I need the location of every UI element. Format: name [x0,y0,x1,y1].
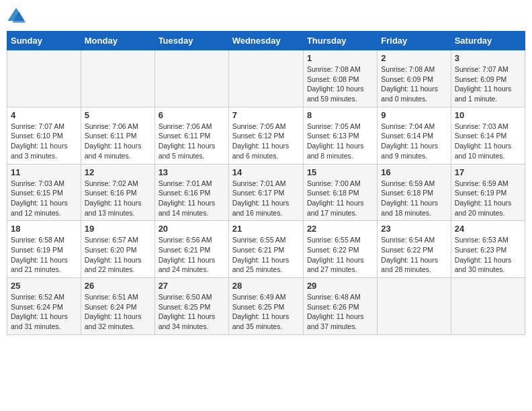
day-cell: 14Sunrise: 7:01 AM Sunset: 6:17 PM Dayli… [228,164,303,221]
calendar-table: SundayMondayTuesdayWednesdayThursdayFrid… [7,31,525,335]
day-info: Sunrise: 7:06 AM Sunset: 6:11 PM Dayligh… [159,122,225,161]
week-row-1: 4Sunrise: 7:07 AM Sunset: 6:10 PM Daylig… [7,107,525,164]
day-cell [378,278,451,335]
day-cell: 12Sunrise: 7:02 AM Sunset: 6:16 PM Dayli… [81,164,154,221]
day-cell: 26Sunrise: 6:51 AM Sunset: 6:24 PM Dayli… [81,278,154,335]
day-cell: 18Sunrise: 6:58 AM Sunset: 6:19 PM Dayli… [7,221,81,278]
day-info: Sunrise: 7:01 AM Sunset: 6:16 PM Dayligh… [159,179,225,218]
day-info: Sunrise: 7:06 AM Sunset: 6:11 PM Dayligh… [85,122,151,161]
day-info: Sunrise: 6:54 AM Sunset: 6:22 PM Dayligh… [381,235,447,275]
day-cell: 1Sunrise: 7:08 AM Sunset: 6:08 PM Daylig… [303,50,377,107]
day-number: 12 [85,167,151,177]
day-info: Sunrise: 6:55 AM Sunset: 6:22 PM Dayligh… [307,235,373,275]
day-info: Sunrise: 6:55 AM Sunset: 6:21 PM Dayligh… [232,235,300,275]
day-number: 9 [381,110,447,120]
day-cell: 23Sunrise: 6:54 AM Sunset: 6:22 PM Dayli… [378,221,451,278]
day-cell: 19Sunrise: 6:57 AM Sunset: 6:20 PM Dayli… [81,221,154,278]
column-header-wednesday: Wednesday [228,32,303,50]
day-info: Sunrise: 7:07 AM Sunset: 6:09 PM Dayligh… [455,64,521,104]
day-cell: 8Sunrise: 7:05 AM Sunset: 6:13 PM Daylig… [303,107,377,164]
week-row-2: 11Sunrise: 7:03 AM Sunset: 6:15 PM Dayli… [7,164,525,221]
day-info: Sunrise: 7:05 AM Sunset: 6:12 PM Dayligh… [232,122,300,161]
day-info: Sunrise: 6:52 AM Sunset: 6:24 PM Dayligh… [11,292,77,332]
day-info: Sunrise: 6:50 AM Sunset: 6:25 PM Dayligh… [159,292,225,332]
day-cell [154,50,228,107]
day-number: 26 [85,281,151,291]
day-number: 17 [455,167,521,177]
day-cell: 29Sunrise: 6:48 AM Sunset: 6:26 PM Dayli… [303,278,377,335]
day-number: 22 [307,224,373,234]
logo-icon [7,7,26,26]
column-header-thursday: Thursday [303,32,377,50]
day-info: Sunrise: 7:08 AM Sunset: 6:08 PM Dayligh… [307,64,373,104]
day-cell: 5Sunrise: 7:06 AM Sunset: 6:11 PM Daylig… [81,107,154,164]
calendar-header-row: SundayMondayTuesdayWednesdayThursdayFrid… [7,32,525,50]
logo [7,7,28,26]
week-row-3: 18Sunrise: 6:58 AM Sunset: 6:19 PM Dayli… [7,221,525,278]
day-cell: 15Sunrise: 7:00 AM Sunset: 6:18 PM Dayli… [303,164,377,221]
column-header-tuesday: Tuesday [154,32,228,50]
day-cell: 16Sunrise: 6:59 AM Sunset: 6:18 PM Dayli… [378,164,451,221]
day-number: 16 [381,167,447,177]
day-info: Sunrise: 7:08 AM Sunset: 6:09 PM Dayligh… [381,64,447,104]
day-number: 13 [159,167,225,177]
week-row-0: 1Sunrise: 7:08 AM Sunset: 6:08 PM Daylig… [7,50,525,107]
day-cell: 4Sunrise: 7:07 AM Sunset: 6:10 PM Daylig… [7,107,81,164]
day-number: 18 [11,224,77,234]
day-info: Sunrise: 6:49 AM Sunset: 6:25 PM Dayligh… [232,292,300,332]
column-header-sunday: Sunday [7,32,81,50]
day-cell: 13Sunrise: 7:01 AM Sunset: 6:16 PM Dayli… [154,164,228,221]
day-number: 24 [455,224,521,234]
day-cell: 24Sunrise: 6:53 AM Sunset: 6:23 PM Dayli… [451,221,525,278]
day-number: 7 [232,110,300,120]
column-header-saturday: Saturday [451,32,525,50]
day-info: Sunrise: 7:02 AM Sunset: 6:16 PM Dayligh… [85,179,151,218]
day-cell: 28Sunrise: 6:49 AM Sunset: 6:25 PM Dayli… [228,278,303,335]
day-cell: 17Sunrise: 6:59 AM Sunset: 6:19 PM Dayli… [451,164,525,221]
day-number: 3 [455,53,521,63]
day-number: 25 [11,281,77,291]
day-number: 15 [307,167,373,177]
day-info: Sunrise: 7:07 AM Sunset: 6:10 PM Dayligh… [11,122,77,161]
day-number: 8 [307,110,373,120]
day-number: 5 [85,110,151,120]
day-cell: 10Sunrise: 7:03 AM Sunset: 6:14 PM Dayli… [451,107,525,164]
day-number: 10 [455,110,521,120]
day-info: Sunrise: 7:03 AM Sunset: 6:15 PM Dayligh… [11,179,77,218]
day-number: 1 [307,53,373,63]
day-cell [228,50,303,107]
day-info: Sunrise: 6:56 AM Sunset: 6:21 PM Dayligh… [159,235,225,275]
day-cell: 3Sunrise: 7:07 AM Sunset: 6:09 PM Daylig… [451,50,525,107]
day-cell: 21Sunrise: 6:55 AM Sunset: 6:21 PM Dayli… [228,221,303,278]
day-cell: 7Sunrise: 7:05 AM Sunset: 6:12 PM Daylig… [228,107,303,164]
day-number: 29 [307,281,373,291]
day-number: 27 [159,281,225,291]
day-number: 20 [159,224,225,234]
week-row-4: 25Sunrise: 6:52 AM Sunset: 6:24 PM Dayli… [7,278,525,335]
day-info: Sunrise: 6:51 AM Sunset: 6:24 PM Dayligh… [85,292,151,332]
day-info: Sunrise: 7:00 AM Sunset: 6:18 PM Dayligh… [307,179,373,218]
day-info: Sunrise: 6:48 AM Sunset: 6:26 PM Dayligh… [307,292,373,332]
day-cell: 2Sunrise: 7:08 AM Sunset: 6:09 PM Daylig… [378,50,451,107]
day-info: Sunrise: 7:01 AM Sunset: 6:17 PM Dayligh… [232,179,300,218]
column-header-friday: Friday [378,32,451,50]
day-cell: 27Sunrise: 6:50 AM Sunset: 6:25 PM Dayli… [154,278,228,335]
day-number: 14 [232,167,300,177]
day-info: Sunrise: 6:53 AM Sunset: 6:23 PM Dayligh… [455,235,521,275]
day-info: Sunrise: 7:05 AM Sunset: 6:13 PM Dayligh… [307,122,373,161]
day-number: 4 [11,110,77,120]
day-number: 28 [232,281,300,291]
day-cell: 20Sunrise: 6:56 AM Sunset: 6:21 PM Dayli… [154,221,228,278]
day-number: 21 [232,224,300,234]
day-cell [451,278,525,335]
day-info: Sunrise: 7:03 AM Sunset: 6:14 PM Dayligh… [455,122,521,161]
day-cell [81,50,154,107]
column-header-monday: Monday [81,32,154,50]
day-number: 11 [11,167,77,177]
day-cell: 9Sunrise: 7:04 AM Sunset: 6:14 PM Daylig… [378,107,451,164]
day-info: Sunrise: 6:58 AM Sunset: 6:19 PM Dayligh… [11,235,77,275]
day-number: 23 [381,224,447,234]
day-cell: 11Sunrise: 7:03 AM Sunset: 6:15 PM Dayli… [7,164,81,221]
day-cell [7,50,81,107]
day-cell: 25Sunrise: 6:52 AM Sunset: 6:24 PM Dayli… [7,278,81,335]
